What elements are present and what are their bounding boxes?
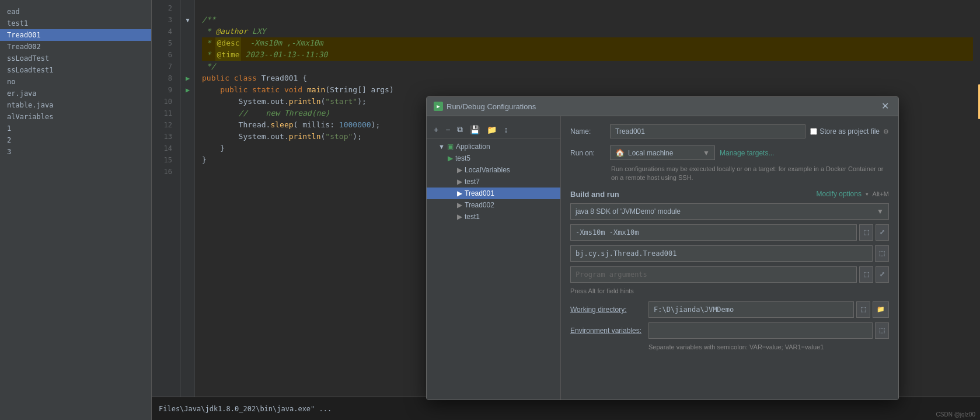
arrow-line8: ▶ — [181, 72, 194, 84]
manage-targets-link[interactable]: Manage targets... — [720, 149, 774, 157]
tree-item-localvariables[interactable]: ▶ LocalVariables — [427, 164, 560, 176]
modify-options-area: Modify options ▾ Alt+M — [817, 190, 889, 198]
line-num-12: 12 — [152, 119, 176, 131]
env-var-expand-btn[interactable]: ⬚ — [875, 322, 889, 339]
modify-options-link[interactable]: Modify options — [817, 190, 862, 198]
sdk-select[interactable]: java 8 SDK of 'JVMDemo' module ▼ — [570, 203, 889, 220]
sidebar-item-1[interactable]: 1 — [0, 123, 151, 134]
store-project-file-text: Store as project file — [819, 127, 880, 136]
watermark: CSDN @jqlz00 — [936, 411, 975, 418]
run-on-hint: Run configurations may be executed local… — [570, 165, 889, 183]
gutter: ▼ ▶ ▶ — [181, 0, 195, 420]
program-args-input[interactable] — [570, 266, 857, 283]
tree-item-tread001-label: Tread001 — [465, 189, 494, 197]
sidebar-item-alvariables[interactable]: alVariables — [0, 111, 151, 123]
tree-item-tread002[interactable]: ▶ Tread002 — [427, 199, 560, 211]
line-numbers: 2 3 4 5 6 7 8 9 10 11 12 13 14 15 16 — [152, 0, 181, 420]
code-line-5: * @desc -Xms10m ,-Xmx10m — [202, 37, 973, 49]
line-num-10: 10 — [152, 96, 176, 107]
store-settings-icon: ⚙ — [883, 128, 889, 136]
vm-options-expand-btn[interactable]: ⬚ — [859, 224, 873, 241]
tree-item-test1[interactable]: ▶ test1 — [427, 211, 560, 223]
sidebar-item-2[interactable]: 2 — [0, 134, 151, 146]
line-num-4: 4 — [152, 26, 176, 37]
main-class-copy-btn[interactable]: ⬚ — [875, 245, 889, 262]
tree-copy-button[interactable]: ⧉ — [455, 123, 465, 136]
tree-toolbar: + − ⧉ 💾 📁 ↕ — [427, 121, 560, 138]
line-num-9: 9 — [152, 84, 176, 96]
fold-line3[interactable]: ▼ — [181, 14, 194, 26]
tree-item-test1-label: test1 — [465, 213, 480, 221]
sidebar-item-erjava[interactable]: er.java — [0, 88, 151, 99]
tree-item-tread001[interactable]: ▶ Tread001 — [427, 188, 560, 199]
line-num-11: 11 — [152, 107, 176, 119]
tree-folder-button[interactable]: 📁 — [484, 124, 499, 136]
tree-sort-button[interactable]: ↕ — [501, 124, 510, 136]
sidebar-item-ssloadtest[interactable]: ssLoadTest — [0, 53, 151, 64]
dialog-titlebar: ▶ Run/Debug Configurations ✕ — [427, 97, 898, 116]
sidebar-item-ssloadtest1[interactable]: ssLoadtest1 — [0, 64, 151, 76]
run-on-select[interactable]: 🏠 Local machine ▼ — [610, 145, 715, 160]
working-dir-row: Working directory: ⬚ 📁 — [570, 301, 889, 318]
tree-item-application-label: Application — [456, 143, 490, 151]
vm-options-input[interactable] — [570, 224, 857, 241]
working-dir-expand-btn[interactable]: ⬚ — [856, 301, 870, 318]
sidebar-item-ead[interactable]: ead — [0, 6, 151, 18]
line-num-3: 3 — [152, 14, 176, 26]
tree-run-icon-tread002: ▶ — [457, 201, 462, 209]
build-run-section-header: Build and run Modify options ▾ Alt+M — [570, 190, 889, 199]
tree-item-test7[interactable]: ▶ test7 — [427, 176, 560, 188]
line-num-16: 16 — [152, 166, 176, 178]
chevron-down-icon: ▾ — [865, 190, 869, 198]
sdk-dropdown-icon: ▼ — [877, 207, 884, 216]
store-project-file-label[interactable]: Store as project file ⚙ — [810, 127, 889, 136]
line-num-5: 5 — [152, 37, 176, 49]
tree-run-icon-test7: ▶ — [457, 178, 462, 186]
tree-add-button[interactable]: + — [431, 124, 441, 136]
tree-expand-icon: ▼ — [438, 143, 445, 150]
sidebar-item-no[interactable]: no — [0, 76, 151, 88]
tree-save-button[interactable]: 💾 — [468, 124, 482, 136]
sidebar-item-ntablejava[interactable]: ntable.java — [0, 99, 151, 111]
main-class-row: ⬚ — [570, 245, 889, 262]
run-on-label: Run on: — [570, 149, 605, 157]
working-dir-input[interactable] — [648, 301, 854, 318]
prog-args-expand-btn[interactable]: ⬚ — [859, 266, 873, 283]
sdk-value: java 8 SDK of 'JVMDemo' module — [576, 207, 681, 216]
sidebar-item-tread002[interactable]: Tread002 — [0, 41, 151, 53]
run-on-value: Local machine — [628, 149, 673, 157]
tree-item-localvariables-label: LocalVariables — [465, 166, 510, 174]
line-num-14: 14 — [152, 143, 176, 154]
tree-item-application[interactable]: ▼ ▣ Application — [427, 141, 560, 152]
env-var-input[interactable] — [648, 322, 873, 339]
tree-run-icon-test1: ▶ — [457, 213, 462, 221]
tree-run-icon-localvars: ▶ — [457, 166, 462, 174]
prog-args-fullscreen-btn[interactable]: ⤢ — [876, 266, 889, 283]
vm-options-row: ⬚ ⤢ — [570, 224, 889, 241]
sidebar-item-tread001[interactable]: Tread001 — [0, 29, 151, 41]
dialog-title-text: Run/Debug Configurations — [447, 102, 536, 111]
line-num-15: 15 — [152, 154, 176, 166]
code-line-3: /** — [202, 14, 973, 26]
tree-item-test5[interactable]: ▶ test5 — [427, 152, 560, 164]
dialog-close-button[interactable]: ✕ — [879, 102, 891, 111]
run-on-row: Run on: 🏠 Local machine ▼ Manage targets… — [570, 145, 889, 160]
tree-item-test7-label: test7 — [465, 178, 480, 186]
vm-options-fullscreen-btn[interactable]: ⤢ — [876, 224, 889, 241]
terminal-bar: Files\Java\jdk1.8.0_202\bin\java.exe" ..… — [152, 397, 980, 420]
code-line-8: public class Tread001 { — [202, 72, 973, 84]
name-input[interactable] — [610, 124, 805, 138]
line-num-13: 13 — [152, 131, 176, 143]
env-var-row: Environment variables: ⬚ — [570, 322, 889, 339]
dialog-body: + − ⧉ 💾 📁 ↕ ▼ ▣ Application ▶ test5 ▶ Lo… — [427, 116, 898, 400]
store-project-file-checkbox[interactable] — [810, 128, 817, 135]
sidebar-item-test1[interactable]: test1 — [0, 18, 151, 29]
sidebar-item-3[interactable]: 3 — [0, 146, 151, 158]
run-debug-icon: ▶ — [434, 102, 443, 111]
line-num-7: 7 — [152, 61, 176, 72]
working-dir-folder-btn[interactable]: 📁 — [873, 301, 889, 318]
dialog-title-area: ▶ Run/Debug Configurations — [434, 102, 536, 111]
main-class-input[interactable] — [570, 245, 873, 262]
env-hint: Separate variables with semicolon: VAR=v… — [570, 343, 889, 350]
tree-remove-button[interactable]: − — [443, 124, 452, 136]
